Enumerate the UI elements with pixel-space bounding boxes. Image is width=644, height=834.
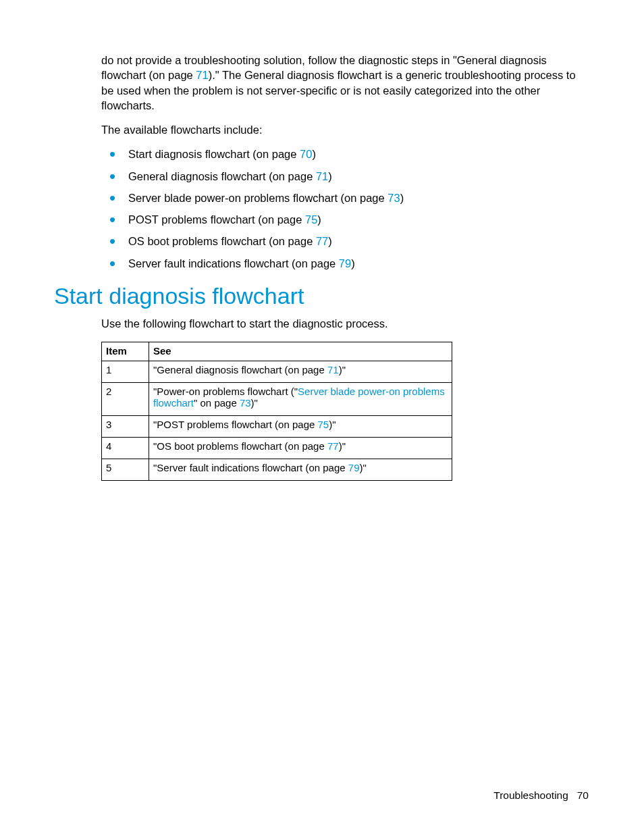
intro-link-71[interactable]: 71 <box>196 69 208 81</box>
page-link[interactable]: 79 <box>339 257 351 269</box>
cell-see: "Power-on problems flowchart ("Server bl… <box>149 383 452 416</box>
list-item: General diagnosis flowchart (on page 71) <box>101 169 590 184</box>
cell-item: 3 <box>102 416 149 438</box>
cell-see: "General diagnosis flowchart (on page 71… <box>149 361 452 383</box>
header-see: See <box>149 342 452 361</box>
table-row: 2 "Power-on problems flowchart ("Server … <box>102 383 452 416</box>
page-link[interactable]: 79 <box>348 462 360 473</box>
table-row: 3 "POST problems flowchart (on page 75)" <box>102 416 452 438</box>
list-item: POST problems flowchart (on page 75) <box>101 212 590 227</box>
list-item: Server blade power-on problems flowchart… <box>101 190 590 205</box>
cell-see: "Server fault indications flowchart (on … <box>149 459 452 481</box>
section-title: Start diagnosis flowchart <box>54 283 590 309</box>
page-footer: Troubleshooting 70 <box>493 789 589 802</box>
section-intro: Use the following flowchart to start the… <box>101 316 590 331</box>
page-link[interactable]: 73 <box>240 397 251 409</box>
page-link[interactable]: 77 <box>316 235 328 247</box>
page-link[interactable]: 71 <box>327 364 339 375</box>
page-link[interactable]: 75 <box>305 213 317 226</box>
footer-section: Troubleshooting <box>493 789 568 801</box>
list-item: Start diagnosis flowchart (on page 70) <box>101 147 590 161</box>
cell-item: 5 <box>102 459 149 481</box>
cell-item: 4 <box>102 438 149 459</box>
cell-see: "OS boot problems flowchart (on page 77)… <box>149 438 452 459</box>
table-header-row: Item See <box>102 342 452 361</box>
page-link[interactable]: 73 <box>387 192 400 204</box>
list-item: Server fault indications flowchart (on p… <box>101 256 590 271</box>
intro-paragraph-2: The available flowcharts include: <box>101 122 590 137</box>
table-row: 4 "OS boot problems flowchart (on page 7… <box>102 438 452 459</box>
list-item: OS boot problems flowchart (on page 77) <box>101 234 590 249</box>
page-link[interactable]: 77 <box>327 440 339 452</box>
page-link[interactable]: 70 <box>300 148 312 160</box>
footer-page: 70 <box>577 789 589 801</box>
flowchart-list: Start diagnosis flowchart (on page 70) G… <box>101 147 590 271</box>
cell-item: 2 <box>102 383 149 416</box>
page-link[interactable]: 75 <box>318 419 329 430</box>
cell-item: 1 <box>102 361 149 383</box>
page-link[interactable]: 71 <box>316 170 328 182</box>
cell-see: "POST problems flowchart (on page 75)" <box>149 416 452 438</box>
table-row: 1 "General diagnosis flowchart (on page … <box>102 361 452 383</box>
table-row: 5 "Server fault indications flowchart (o… <box>102 459 452 481</box>
flowchart-table: Item See 1 "General diagnosis flowchart … <box>101 342 452 481</box>
header-item: Item <box>102 342 149 361</box>
intro-paragraph-1: do not provide a troubleshooting solutio… <box>101 53 590 113</box>
